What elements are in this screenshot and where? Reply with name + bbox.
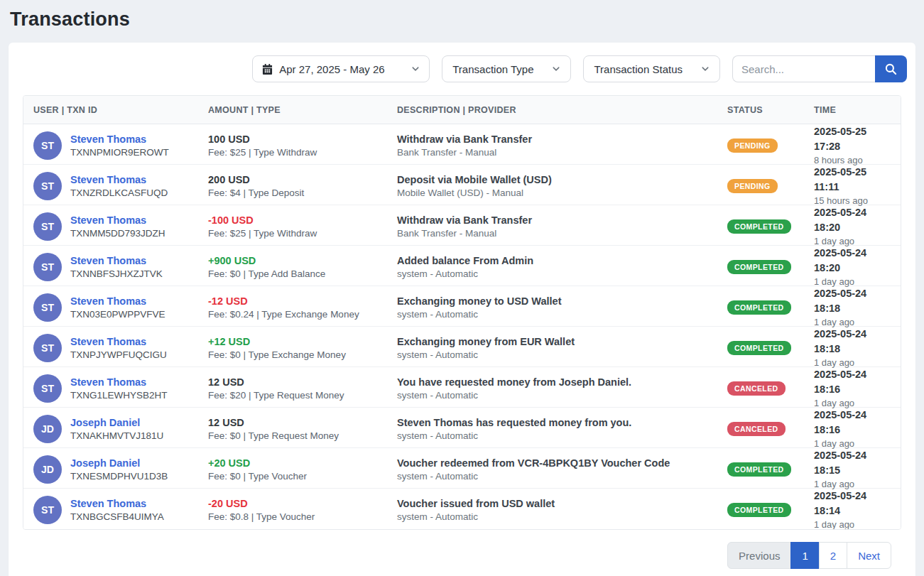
- description: You have requested money from Joseph Dan…: [397, 375, 727, 389]
- user-name-link[interactable]: Steven Thomas: [70, 214, 165, 228]
- transaction-type-select[interactable]: Transaction Type: [442, 55, 571, 82]
- amount: -20 USD: [208, 496, 397, 511]
- status-badge: COMPLETED: [727, 219, 791, 234]
- user-name-link[interactable]: Steven Thomas: [70, 295, 165, 309]
- search-button[interactable]: [875, 55, 907, 82]
- transaction-status-label: Transaction Status: [594, 63, 683, 75]
- timestamp: 2025-05-24 18:15: [814, 448, 891, 478]
- fee-type: Fee: $0.24 | Type Exchange Money: [208, 308, 397, 322]
- status-cell: COMPLETED: [727, 341, 814, 355]
- date-range-picker[interactable]: Apr 27, 2025 - May 26: [252, 55, 430, 82]
- pagination-page-2[interactable]: 2: [819, 542, 847, 569]
- table-body: ST Steven Thomas TXNNPMIOR9EROWT 100 USD…: [23, 124, 901, 529]
- avatar: ST: [33, 172, 62, 200]
- description-cell: Withdraw via Bank Transfer Bank Transfer…: [397, 213, 727, 241]
- col-header-time: TIME: [814, 105, 891, 115]
- table-header-row: USER | TXN ID AMOUNT | TYPE DESCRIPTION …: [23, 96, 901, 124]
- status-badge: COMPLETED: [727, 503, 791, 517]
- amount: +20 USD: [208, 456, 397, 470]
- col-header-status: STATUS: [727, 105, 814, 115]
- col-header-amount-type: AMOUNT | TYPE: [208, 105, 397, 115]
- amount: +900 USD: [208, 254, 397, 268]
- description: Voucher issued from USD wallet: [397, 496, 727, 511]
- provider: Bank Transfer - Manual: [397, 146, 727, 160]
- description-cell: Withdraw via Bank Transfer Bank Transfer…: [397, 132, 727, 160]
- provider: system - Automatic: [397, 470, 727, 484]
- amount-cell: +20 USD Fee: $0 | Type Voucher: [208, 456, 397, 484]
- transaction-status-select[interactable]: Transaction Status: [583, 55, 720, 82]
- provider: system - Automatic: [397, 268, 727, 281]
- user-name-link[interactable]: Joseph Daniel: [70, 457, 168, 471]
- user-name-link[interactable]: Steven Thomas: [70, 133, 169, 147]
- table-row: ST Steven Thomas TXNNPMIOR9EROWT 100 USD…: [23, 124, 901, 165]
- user-name-link[interactable]: Steven Thomas: [70, 173, 168, 188]
- status-badge: PENDING: [727, 138, 778, 153]
- time-cell: 2025-05-24 18:14 1 day ago: [814, 489, 891, 530]
- txn-id: TXNBGCSFB4UIMYA: [70, 511, 164, 523]
- avatar: JD: [33, 455, 62, 484]
- avatar: JD: [33, 415, 62, 443]
- status-badge: CANCELED: [727, 422, 786, 436]
- fee-type: Fee: $0 | Type Add Balance: [208, 268, 397, 281]
- amount: -100 USD: [208, 213, 397, 227]
- search-input[interactable]: [732, 55, 875, 82]
- txn-id: TXN03E0PWPPVFVE: [70, 308, 165, 321]
- user-cell: ST Steven Thomas TXNBGCSFB4UIMYA: [33, 496, 208, 524]
- txn-id: TXNG1LEWHYSB2HT: [70, 389, 168, 402]
- user-cell: ST Steven Thomas TXNNBFSJHXZJTVK: [33, 253, 208, 281]
- table-row: ST Steven Thomas TXN03E0PWPPVFVE -12 USD…: [23, 286, 901, 327]
- provider: system - Automatic: [397, 308, 727, 322]
- fee-type: Fee: $0 | Type Voucher: [208, 470, 397, 484]
- search-group: [732, 55, 907, 82]
- amount-cell: +900 USD Fee: $0 | Type Add Balance: [208, 254, 397, 281]
- time-cell: 2025-05-25 11:11 15 hours ago: [814, 165, 891, 208]
- description: Added balance From Admin: [397, 254, 727, 268]
- amount-cell: 200 USD Fee: $4 | Type Deposit: [208, 173, 397, 200]
- user-name-link[interactable]: Joseph Daniel: [70, 416, 163, 430]
- description-cell: Deposit via Mobile Wallet (USD) Mobile W…: [397, 173, 727, 200]
- status-cell: CANCELED: [727, 422, 814, 436]
- chevron-down-icon: [411, 65, 420, 73]
- pagination-next[interactable]: Next: [847, 542, 891, 569]
- pagination-page-1[interactable]: 1: [790, 542, 819, 569]
- user-cell: ST Steven Thomas TXNG1LEWHYSB2HT: [33, 374, 208, 403]
- fee-type: Fee: $0 | Type Exchange Money: [208, 349, 397, 362]
- timestamp: 2025-05-24 18:20: [814, 205, 891, 235]
- user-name-link[interactable]: Steven Thomas: [70, 335, 167, 349]
- amount-cell: +12 USD Fee: $0 | Type Exchange Money: [208, 335, 397, 362]
- fee-type: Fee: $25 | Type Withdraw: [208, 227, 397, 241]
- timestamp: 2025-05-25 17:28: [814, 124, 891, 154]
- fee-type: Fee: $0 | Type Request Money: [208, 430, 397, 443]
- status-badge: COMPLETED: [727, 341, 791, 355]
- timestamp: 2025-05-24 18:18: [814, 286, 891, 316]
- status-cell: COMPLETED: [727, 219, 814, 234]
- timestamp: 2025-05-24 18:16: [814, 367, 891, 397]
- description-cell: Exchanging money to USD Wallet system - …: [397, 294, 727, 322]
- amount-cell: -100 USD Fee: $25 | Type Withdraw: [208, 213, 397, 241]
- description: Exchanging money from EUR Wallet: [397, 335, 727, 349]
- description-cell: Exchanging money from EUR Wallet system …: [397, 335, 727, 362]
- time-cell: 2025-05-24 18:16 1 day ago: [814, 408, 891, 451]
- amount-cell: -12 USD Fee: $0.24 | Type Exchange Money: [208, 294, 397, 322]
- search-icon: [885, 63, 897, 75]
- fee-type: Fee: $0.8 | Type Voucher: [208, 511, 397, 524]
- user-cell: ST Steven Thomas TXNMM5DD793JDZH: [33, 212, 208, 241]
- timestamp: 2025-05-24 18:14: [814, 489, 891, 518]
- pagination-previous[interactable]: Previous: [727, 542, 791, 569]
- user-name-link[interactable]: Steven Thomas: [70, 254, 163, 268]
- amount: 12 USD: [208, 375, 397, 389]
- avatar: ST: [33, 334, 62, 362]
- amount: 100 USD: [208, 132, 397, 146]
- status-badge: PENDING: [727, 179, 778, 193]
- fee-type: Fee: $20 | Type Request Money: [208, 389, 397, 403]
- fee-type: Fee: $4 | Type Deposit: [208, 187, 397, 200]
- table-row: ST Steven Thomas TXNG1LEWHYSB2HT 12 USD …: [23, 367, 901, 408]
- user-name-link[interactable]: Steven Thomas: [70, 497, 164, 511]
- amount-cell: 12 USD Fee: $0 | Type Request Money: [208, 415, 397, 443]
- avatar: ST: [33, 496, 62, 524]
- time-cell: 2025-05-24 18:15 1 day ago: [814, 448, 891, 491]
- col-header-user-txnid: USER | TXN ID: [33, 105, 208, 115]
- pagination: Previous 1 2 Next: [16, 542, 891, 569]
- user-name-link[interactable]: Steven Thomas: [70, 376, 168, 390]
- txn-id: TXNZRDLKCASFUQD: [70, 187, 168, 200]
